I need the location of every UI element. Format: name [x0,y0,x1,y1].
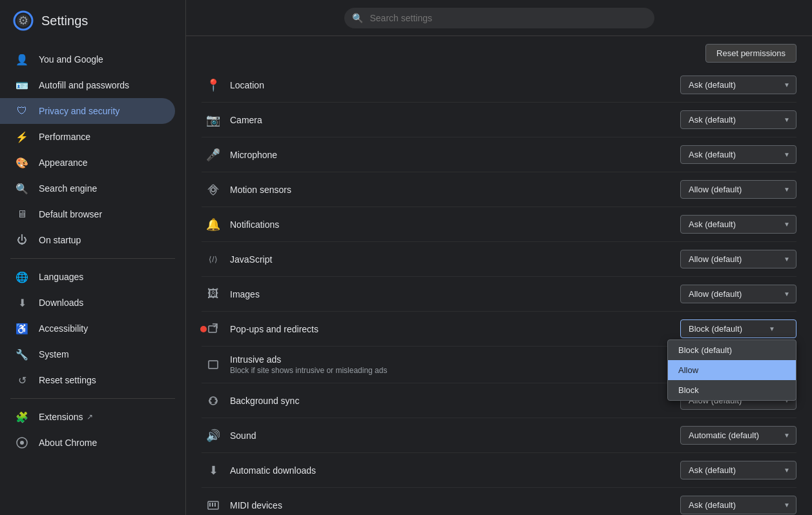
sidebar-label-on-startup: On startup [39,235,81,245]
popups-dropdown-options: Block (default) Allow Block [667,339,796,401]
sidebar-label-autofill-passwords: Autofill and passwords [39,80,129,90]
top-bar: 🔍 [186,0,812,36]
globe-icon: 🌐 [16,270,28,283]
svg-point-6 [211,188,215,192]
permission-label-background-sync: Background sync [230,396,680,406]
sidebar-item-system[interactable]: 🔧 System [0,341,175,367]
motion-sensors-select[interactable]: Allow (default) Ask Block [680,180,796,199]
permission-label-javascript: JavaScript [230,254,680,265]
permission-label-automatic-downloads: Automatic downloads [230,465,680,476]
svg-rect-8 [209,361,218,369]
sidebar-item-reset-settings[interactable]: ↺ Reset settings [0,367,175,393]
location-icon: 📍 [202,78,225,92]
sidebar-item-you-and-google[interactable]: 👤 You and Google [0,46,175,72]
sound-icon: 🔊 [202,429,225,443]
sidebar-label-downloads: Downloads [39,298,83,308]
notifications-select[interactable]: Ask (default) Allow Block [680,215,796,234]
sidebar-item-default-browser[interactable]: 🖥 Default browser [0,201,175,227]
sidebar-item-downloads[interactable]: ⬇ Downloads [0,290,175,316]
sidebar-header: ⚙ Settings [0,0,185,41]
midi-devices-select[interactable]: Ask (default) Allow Block [680,496,796,514]
sidebar-label-privacy-security: Privacy and security [39,106,120,116]
sidebar-label-you-and-google: You and Google [39,54,103,65]
sidebar-label-search-engine: Search engine [39,183,97,194]
permission-label-popups: Pop-ups and redirects [230,324,680,334]
power-icon: ⏻ [16,234,28,247]
sidebar-label-default-browser: Default browser [39,209,102,219]
images-select[interactable]: Allow (default) Block [680,285,796,303]
background-sync-icon [202,395,225,407]
popups-option-allow[interactable]: Allow [668,360,796,380]
sidebar-item-accessibility[interactable]: ♿ Accessibility [0,316,175,341]
svg-rect-11 [212,503,213,507]
permission-row-javascript: ⟨/⟩ JavaScript Allow (default) Block [202,242,796,277]
popups-option-block-default[interactable]: Block (default) [668,340,796,360]
popups-option-block[interactable]: Block [668,380,796,400]
search-input[interactable] [344,8,654,28]
download-icon: ⬇ [16,296,28,309]
reset-btn-row: Reset permissions [202,36,796,68]
javascript-select-wrapper: Allow (default) Block [680,250,796,268]
search-icon: 🔍 [16,182,28,195]
sound-select-wrapper: Automatic (default) Mute [680,426,796,445]
sidebar-label-system: System [39,349,69,359]
reset-icon: ↺ [16,374,28,387]
motion-sensors-select-wrapper: Allow (default) Ask Block [680,180,796,199]
intrusive-ads-icon [202,359,225,370]
microphone-select[interactable]: Ask (default) Allow Block [680,145,796,164]
popups-select-display[interactable]: Block (default) ▼ [680,319,796,338]
sidebar-item-autofill-passwords[interactable]: 🪪 Autofill and passwords [0,72,175,98]
notifications-select-wrapper: Ask (default) Allow Block [680,215,796,234]
permission-label-notifications: Notifications [230,219,680,230]
permission-row-images: 🖼 Images Allow (default) Block [202,277,796,312]
accessibility-icon: ♿ [16,322,28,335]
permission-row-automatic-downloads: ⬇ Automatic downloads Ask (default) Allo… [202,453,796,488]
sidebar-item-on-startup[interactable]: ⏻ On startup [0,227,175,253]
microphone-icon: 🎤 [202,148,225,162]
camera-select[interactable]: Ask (default) Allow Block [680,110,796,129]
chevron-down-icon: ▼ [769,325,775,332]
permission-row-popups: Pop-ups and redirects Block (default) ▼ … [202,312,796,347]
location-select[interactable]: Ask (default) Allow Block [680,76,796,94]
browser-icon: 🖥 [16,208,28,221]
microphone-select-wrapper: Ask (default) Allow Block [680,145,796,164]
red-dot-indicator [200,326,207,332]
svg-rect-10 [209,503,211,507]
sidebar-item-performance[interactable]: ⚡ Performance [0,124,175,150]
puzzle-icon: 🧩 [16,410,28,423]
sidebar-item-about-chrome[interactable]: About Chrome [0,430,175,456]
sidebar: ⚙ Settings 👤 You and Google 🪪 Autofill a… [0,0,186,515]
sidebar-label-accessibility: Accessibility [39,323,88,334]
sidebar-item-search-engine[interactable]: 🔍 Search engine [0,176,175,201]
sidebar-item-privacy-security[interactable]: 🛡 Privacy and security [0,98,175,124]
permission-row-sound: 🔊 Sound Automatic (default) Mute [202,418,796,453]
sidebar-label-appearance: Appearance [39,157,88,168]
svg-point-5 [20,441,24,445]
sidebar-item-languages[interactable]: 🌐 Languages [0,264,175,290]
palette-icon: 🎨 [16,156,28,169]
sidebar-label-reset-settings: Reset settings [39,375,96,385]
notifications-icon: 🔔 [202,217,225,232]
reset-permissions-button[interactable]: Reset permissions [705,44,796,63]
sidebar-label-performance: Performance [39,132,90,142]
sidebar-item-appearance[interactable]: 🎨 Appearance [0,150,175,176]
motion-sensors-icon [202,184,225,196]
permission-row-notifications: 🔔 Notifications Ask (default) Allow Bloc… [202,207,796,242]
midi-devices-icon [202,500,225,511]
badge-icon: 🪪 [16,79,28,92]
speed-icon: ⚡ [16,130,28,143]
nav-divider-1 [10,258,175,259]
javascript-icon: ⟨/⟩ [202,255,225,264]
automatic-downloads-icon: ⬇ [202,463,225,478]
sound-select[interactable]: Automatic (default) Mute [680,426,796,445]
permission-label-microphone: Microphone [230,150,680,160]
nav-divider-2 [10,398,175,399]
permission-label-motion-sensors: Motion sensors [230,185,680,195]
svg-rect-7 [209,326,216,332]
content-area: Reset permissions 📍 Location Ask (defaul… [186,36,812,515]
automatic-downloads-select[interactable]: Ask (default) Allow Block [680,461,796,480]
svg-text:⚙: ⚙ [18,14,28,27]
sidebar-item-extensions[interactable]: 🧩 Extensions ↗ [0,404,175,430]
javascript-select[interactable]: Allow (default) Block [680,250,796,268]
permission-row-motion-sensors: Motion sensors Allow (default) Ask Block [202,172,796,207]
